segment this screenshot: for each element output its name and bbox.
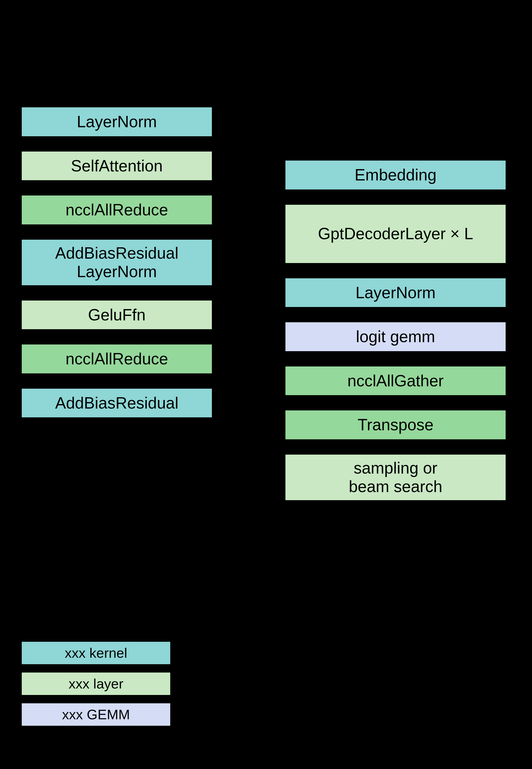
box-layernorm-2: LayerNorm xyxy=(285,277,507,308)
left-column: LayerNorm SelfAttention ncclAllReduce Ad… xyxy=(21,106,213,432)
box-sampling: sampling orbeam search xyxy=(285,454,507,501)
box-ncclallreduce-2: ncclAllReduce xyxy=(21,344,213,374)
box-transpose: Transpose xyxy=(285,409,507,440)
legend-gemm: xxx GEMM xyxy=(21,702,171,727)
legend: xxx kernel xxx layer xxx GEMM xyxy=(21,641,171,733)
box-ncclallreduce-1: ncclAllReduce xyxy=(21,195,213,225)
box-layernorm-1: LayerNorm xyxy=(21,106,213,137)
legend-layer: xxx layer xyxy=(21,672,171,696)
box-logit-gemm: logit gemm xyxy=(285,321,507,352)
box-ncclallgather: ncclAllGather xyxy=(285,366,507,396)
box-addbiasresidual: AddBiasResidual xyxy=(21,388,213,419)
box-gptdecoderlayer: GptDecoderLayer × L xyxy=(285,204,507,264)
box-addbias-ln: AddBiasResidualLayerNorm xyxy=(21,239,213,286)
right-column: Embedding GptDecoderLayer × L LayerNorm … xyxy=(285,160,507,515)
box-selfattention: SelfAttention xyxy=(21,151,213,181)
box-embedding: Embedding xyxy=(285,160,507,190)
legend-kernel: xxx kernel xyxy=(21,641,171,665)
box-geluffn: GeluFfn xyxy=(21,300,213,330)
